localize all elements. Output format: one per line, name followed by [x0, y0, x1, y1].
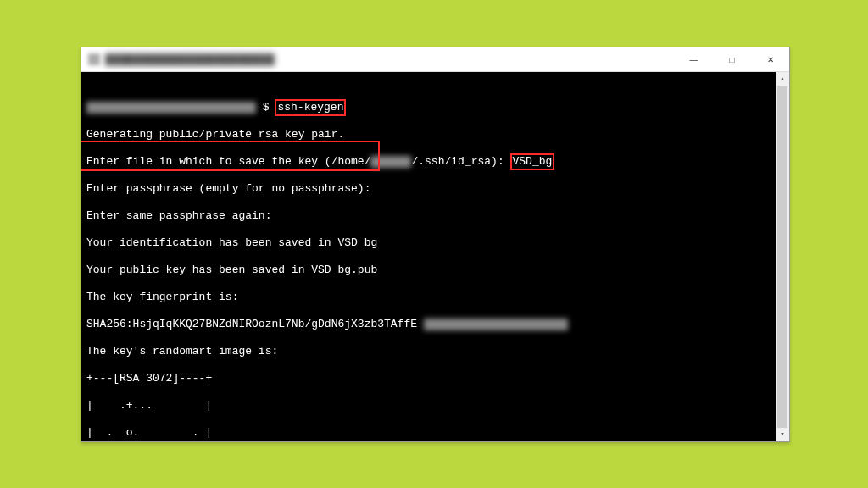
prompt-line-1: $ ssh-keygen [86, 101, 784, 114]
scroll-down-icon[interactable]: ▾ [776, 428, 789, 441]
titlebar-left: ███████████████████████ [88, 53, 275, 65]
minimize-button[interactable]: — [675, 47, 713, 71]
output-saved2: Your public key has been saved in VSD_bg… [86, 263, 784, 277]
output-pass2: Enter same passphrase again: [86, 209, 784, 223]
window-title: ███████████████████████ [105, 53, 275, 65]
output-fp-value: SHA256:HsjqIqKKQ27BNZdNIROoznL7Nb/gDdN6j… [86, 318, 784, 331]
window-titlebar[interactable]: ███████████████████████ — □ ✕ [81, 47, 789, 72]
output-fp-label: The key fingerprint is: [86, 291, 784, 304]
output-generating: Generating public/private rsa key pair. [86, 128, 784, 141]
scroll-track[interactable] [776, 86, 789, 428]
prompt-symbol: $ [263, 101, 270, 114]
filename-text: VSD_bg [513, 155, 553, 168]
output-enter-file: Enter file in which to save the key (/ho… [86, 155, 784, 169]
window-icon [88, 53, 100, 65]
randomart-0: +---[RSA 3072]----+ [86, 372, 784, 385]
output-pass1: Enter passphrase (empty for no passphras… [86, 182, 784, 196]
randomart-1: | .+... | [86, 399, 784, 413]
window-controls: — □ ✕ [675, 47, 789, 71]
command-highlight: ssh-keygen [275, 99, 346, 116]
command-text: ssh-keygen [277, 101, 343, 114]
filename-highlight: VSD_bg [510, 153, 555, 170]
close-button[interactable]: ✕ [751, 47, 789, 71]
terminal-area[interactable]: $ ssh-keygen Generating public/private r… [81, 72, 789, 441]
output-saved1: Your identification has been saved in VS… [86, 236, 784, 250]
scroll-thumb[interactable] [777, 86, 787, 428]
scrollbar[interactable]: ▴ ▾ [776, 72, 789, 441]
maximize-button[interactable]: □ [713, 47, 751, 71]
scroll-up-icon[interactable]: ▴ [776, 72, 789, 86]
randomart-2: | . o. . | [86, 426, 784, 440]
output-ra-label: The key's randomart image is: [86, 345, 784, 358]
terminal-window: ███████████████████████ — □ ✕ $ ssh-keyg… [81, 47, 790, 442]
